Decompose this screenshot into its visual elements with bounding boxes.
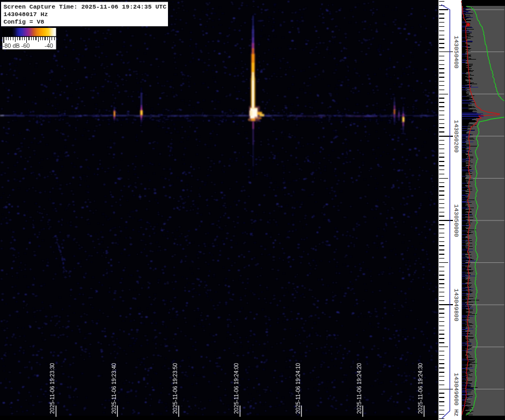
svg-text:2025-11-06 19:23:40: 2025-11-06 19:23:40 [111, 363, 117, 414]
svg-text:2025-11-06 19:24:00: 2025-11-06 19:24:00 [233, 363, 239, 414]
svg-text:143049600 Hz: 143049600 Hz [453, 373, 459, 416]
svg-text:143050200: 143050200 [453, 120, 459, 153]
svg-text:2025-11-06 19:24:20: 2025-11-06 19:24:20 [356, 363, 362, 414]
svg-text:143049800: 143049800 [453, 289, 459, 321]
svg-text:-80 dB: -80 dB [3, 42, 20, 49]
svg-text:-40: -40 [45, 42, 53, 49]
svg-text:-60: -60 [21, 42, 30, 49]
svg-text:143048017 Hz: 143048017 Hz [4, 11, 48, 18]
svg-text:143050000: 143050000 [453, 204, 459, 237]
svg-text:2025-11-06 19:23:50: 2025-11-06 19:23:50 [172, 363, 178, 414]
svg-text:2025-11-06 19:24:30: 2025-11-06 19:24:30 [418, 363, 423, 414]
svg-text:143050400: 143050400 [453, 36, 459, 69]
svg-text:2025-11-06 19:23:30: 2025-11-06 19:23:30 [49, 363, 55, 414]
svg-text:Screen Capture Time: 2025-11-0: Screen Capture Time: 2025-11-06 19:24:35… [4, 3, 167, 10]
svg-text:Config = V8: Config = V8 [4, 18, 45, 25]
svg-text:2025-11-06 19:24:10: 2025-11-06 19:24:10 [295, 363, 301, 414]
